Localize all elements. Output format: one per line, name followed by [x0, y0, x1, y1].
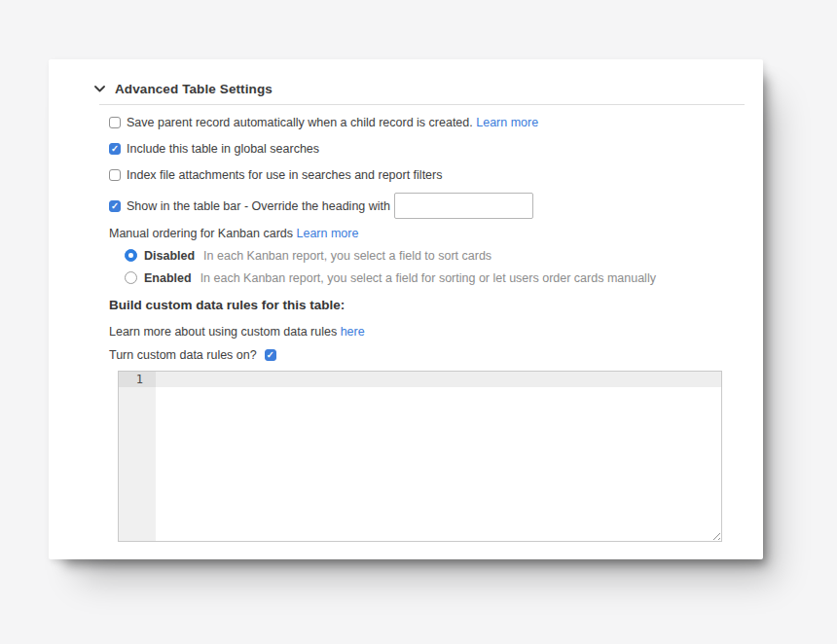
settings-content: ✓ Save parent record automatically when … [109, 115, 724, 542]
enabled-radio-description: In each Kanban report, you select a fiel… [200, 271, 656, 285]
check-icon: ✓ [111, 200, 119, 210]
custom-rules-heading: Build custom data rules for this table: [109, 298, 724, 314]
save-parent-learn-more-link[interactable]: Learn more [476, 116, 538, 129]
disabled-radio[interactable] [125, 249, 137, 262]
override-heading-input[interactable] [394, 193, 533, 219]
kanban-option-enabled: Enabled In each Kanban report, you selec… [125, 269, 724, 286]
custom-rules-toggle-row: Turn custom data rules on? ✓ [109, 347, 724, 363]
custom-rules-here-link[interactable]: here [341, 325, 365, 339]
custom-rules-toggle-checkbox[interactable]: ✓ [265, 349, 276, 361]
chevron-down-icon[interactable] [94, 86, 105, 92]
editor-gutter [119, 372, 156, 541]
editor-code-area[interactable] [156, 372, 721, 541]
enabled-radio[interactable] [125, 271, 137, 284]
custom-rules-learn-more-row: Learn more about using custom data rules… [109, 324, 724, 340]
global-search-label: Include this table in global searches [127, 142, 319, 156]
setting-row-index-attachments: ✓ Index file attachments for use in sear… [109, 167, 724, 183]
page-background: { "panel": { "title": "Advanced Table Se… [0, 0, 837, 644]
kanban-ordering-row: Manual ordering for Kanban cards Learn m… [109, 226, 724, 241]
radio-dot-icon [128, 253, 133, 258]
save-parent-label: Save parent record automatically when a … [127, 116, 473, 129]
custom-rules-code-editor[interactable]: 1 [118, 371, 722, 542]
setting-row-table-bar: ✓ Show in the table bar - Override the h… [109, 193, 724, 219]
enabled-radio-label: Enabled [144, 271, 192, 285]
global-search-checkbox[interactable]: ✓ [109, 143, 121, 155]
kanban-option-disabled: Disabled In each Kanban report, you sele… [125, 247, 724, 264]
editor-line-number: 1 [119, 373, 156, 386]
disabled-radio-description: In each Kanban report, you select a fiel… [203, 249, 491, 263]
custom-rules-learn-more-text: Learn more about using custom data rules [109, 325, 337, 339]
setting-row-save-parent: ✓ Save parent record automatically when … [109, 115, 724, 130]
check-icon: ✓ [267, 350, 274, 360]
check-icon: ✓ [111, 144, 119, 154]
kanban-ordering-label: Manual ordering for Kanban cards [109, 227, 293, 240]
settings-card: Advanced Table Settings ✓ Save parent re… [49, 59, 763, 559]
header-divider [99, 104, 745, 105]
custom-rules-toggle-label: Turn custom data rules on? [109, 348, 257, 362]
save-parent-checkbox[interactable]: ✓ [109, 117, 121, 128]
table-bar-checkbox[interactable]: ✓ [109, 200, 121, 212]
disabled-radio-label: Disabled [144, 249, 195, 263]
kanban-learn-more-link[interactable]: Learn more [297, 227, 359, 240]
setting-row-global-search: ✓ Include this table in global searches [109, 141, 724, 157]
panel-header[interactable]: Advanced Table Settings [94, 81, 745, 97]
panel-title: Advanced Table Settings [115, 82, 273, 96]
index-attachments-checkbox[interactable]: ✓ [109, 169, 121, 181]
table-bar-label: Show in the table bar - Override the hea… [127, 199, 390, 213]
index-attachments-label: Index file attachments for use in search… [127, 168, 442, 182]
